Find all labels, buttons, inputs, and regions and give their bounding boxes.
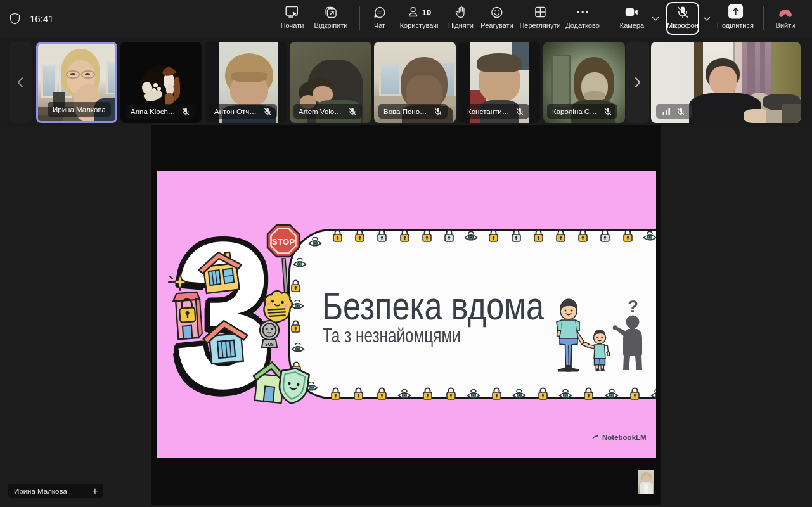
svg-text:?: ? <box>628 297 638 316</box>
svg-text:STOP: STOP <box>272 237 295 247</box>
svg-text:SOS: SOS <box>265 342 274 347</box>
